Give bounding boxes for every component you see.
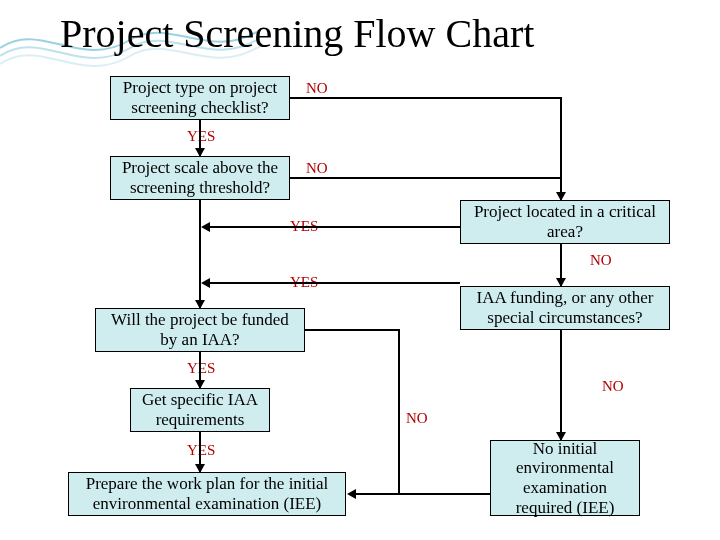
- label-no-2: NO: [306, 160, 328, 177]
- arrow-head: [556, 278, 566, 287]
- arrow: [398, 329, 400, 494]
- arrow: [356, 493, 490, 495]
- arrow: [199, 200, 201, 308]
- label-yes-4: YES: [187, 442, 215, 459]
- node-prepare-iee: Prepare the work plan for the initial en…: [68, 472, 346, 516]
- page-title: Project Screening Flow Chart: [60, 10, 534, 57]
- arrow: [560, 330, 562, 440]
- node-iaa-funding: IAA funding, or any other special circum…: [460, 286, 670, 330]
- node-no-iee: No initial environmental examination req…: [490, 440, 640, 516]
- arrow-head: [195, 148, 205, 157]
- label-no-5: NO: [406, 410, 428, 427]
- label-yes-3: YES: [187, 360, 215, 377]
- arrow-head: [201, 278, 210, 288]
- arrow: [290, 177, 562, 179]
- arrow-head: [556, 432, 566, 441]
- label-no-4: NO: [602, 378, 624, 395]
- node-threshold: Project scale above the screening thresh…: [110, 156, 290, 200]
- node-critical-area: Project located in a critical area?: [460, 200, 670, 244]
- arrow: [290, 97, 562, 99]
- arrow-head: [195, 300, 205, 309]
- arrow: [305, 329, 400, 331]
- arrow: [560, 97, 562, 200]
- arrow: [210, 282, 460, 284]
- arrow-head: [201, 222, 210, 232]
- node-checklist: Project type on project screening checkl…: [110, 76, 290, 120]
- arrow: [210, 226, 460, 228]
- arrow-head: [195, 380, 205, 389]
- node-iaa-req: Get specific IAA requirements: [130, 388, 270, 432]
- arrow-head: [347, 489, 356, 499]
- arrow-head: [556, 192, 566, 201]
- node-iaa-funded: Will the project be funded by an IAA?: [95, 308, 305, 352]
- label-no-3: NO: [590, 252, 612, 269]
- label-yes-1: YES: [187, 128, 215, 145]
- label-no-1: NO: [306, 80, 328, 97]
- arrow-head: [195, 464, 205, 473]
